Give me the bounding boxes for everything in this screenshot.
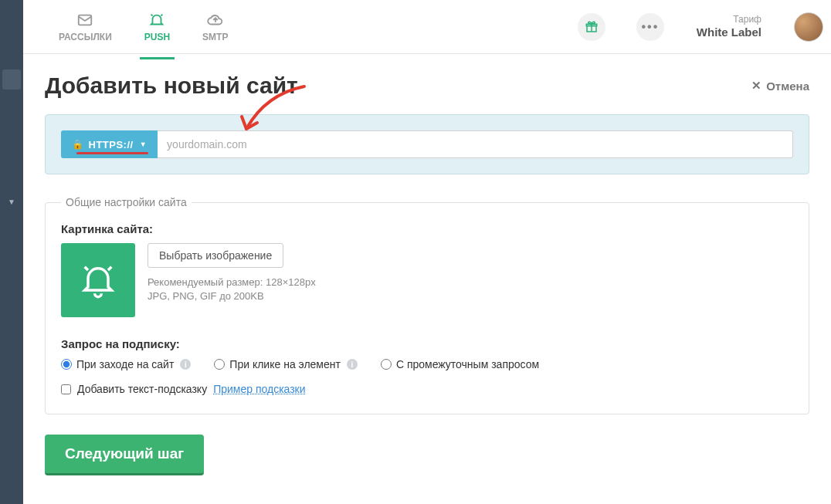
radio-input[interactable] [214,359,225,370]
hint-example-link[interactable]: Пример подсказки [213,383,305,395]
cancel-label: Отмена [766,79,809,93]
radio-intermediate[interactable]: С промежуточным запросом [381,358,539,370]
left-rail: ▼ [0,0,23,504]
url-panel: 🔒 HTTPS:// ▼ [45,114,809,174]
site-image-preview [61,243,135,317]
hint-checkbox-label: Добавить текст-подсказку [77,383,207,395]
lock-icon: 🔒 [72,139,84,150]
bell-icon [148,12,165,29]
tariff-name: White Label [697,25,761,39]
cancel-button[interactable]: ✕ Отмена [751,79,809,93]
radio-label: С промежуточным запросом [396,358,539,370]
formats-hint: JPG, PNG, GIF до 200KB [148,289,316,303]
protocol-dropdown[interactable]: 🔒 HTTPS:// ▼ [61,130,158,158]
choose-image-button[interactable]: Выбрать изображение [148,243,283,268]
rail-selected-item[interactable] [2,69,21,90]
radio-label: При клике на элемент [229,358,341,370]
bell-icon [78,260,118,300]
subscription-label: Запрос на подписку: [61,337,793,350]
nav-tab-mailings[interactable]: РАССЫЛКИ [54,5,117,49]
nav-tab-label: РАССЫЛКИ [59,32,112,42]
info-icon[interactable]: i [180,359,191,370]
nav-tab-label: SMTP [202,32,228,42]
info-icon[interactable]: i [347,359,358,370]
rec-size-hint: Рекомендуемый размер: 128×128px [148,276,316,289]
avatar[interactable] [794,12,823,42]
chevron-down-icon: ▼ [140,140,147,148]
radio-input[interactable] [61,359,72,370]
cloud-icon [207,12,224,29]
settings-legend: Общие настройки сайта [61,196,192,208]
tariff-block[interactable]: Тариф White Label [697,14,761,39]
radio-on-visit[interactable]: При заходе на сайт i [61,358,191,370]
hint-checkbox[interactable] [61,384,71,394]
more-button[interactable]: ••• [636,13,664,41]
site-image-label: Картинка сайта: [61,222,793,235]
radio-on-click[interactable]: При клике на элемент i [214,358,358,370]
radio-input[interactable] [381,359,392,370]
radio-label: При заходе на сайт [76,358,174,370]
nav-tab-smtp[interactable]: SMTP [198,5,232,49]
protocol-label: HTTPS:// [89,139,134,151]
domain-input[interactable] [158,130,793,158]
annotation-underline [76,152,148,154]
page-title: Добавить новый сайт [45,73,298,99]
nav-tab-push[interactable]: PUSH [140,5,175,49]
dots-icon: ••• [641,20,659,34]
close-icon: ✕ [751,79,761,93]
settings-fieldset: Общие настройки сайта Картинка сайта: Вы… [45,196,809,414]
tariff-label: Тариф [697,14,761,25]
envelope-icon [76,12,93,29]
gift-button[interactable] [578,13,605,41]
rail-expand-caret[interactable]: ▼ [0,198,23,206]
nav-tab-label: PUSH [144,32,170,42]
topbar: РАССЫЛКИ PUSH SMTP ••• Т [23,0,831,54]
next-step-button[interactable]: Следующий шаг [45,435,204,475]
